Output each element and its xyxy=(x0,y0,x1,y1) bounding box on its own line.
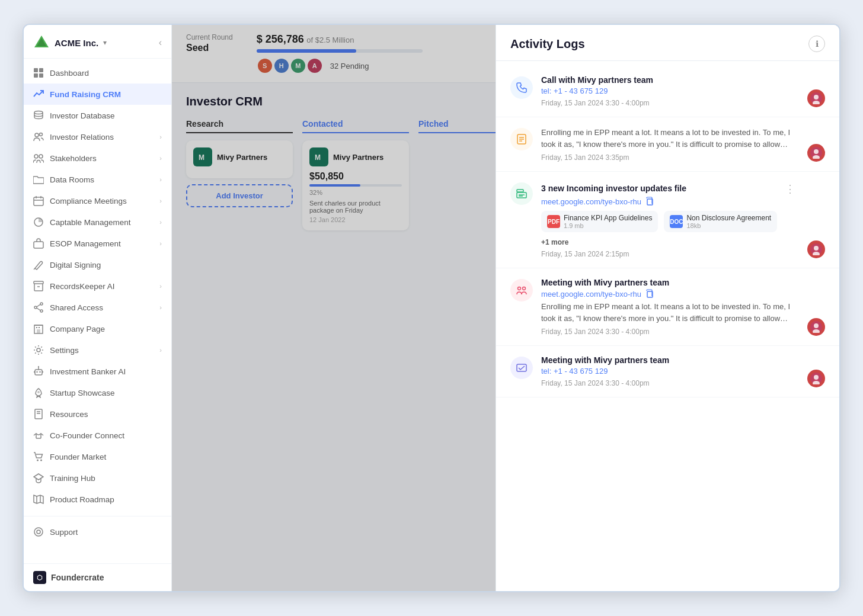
sidebar-item-startup-showcase[interactable]: Startup Showcase xyxy=(24,382,171,403)
avatar xyxy=(807,144,825,162)
svg-rect-28 xyxy=(36,327,37,328)
svg-point-31 xyxy=(37,348,40,352)
sidebar-item-training-hub[interactable]: Training Hub xyxy=(24,467,171,489)
sidebar-item-recordskeeper-ai[interactable]: RecordsKeeper AI › xyxy=(24,275,171,297)
svg-marker-45 xyxy=(34,474,43,480)
user-avatar-icon xyxy=(810,92,822,104)
sidebar-item-co-founder-connect[interactable]: Co-Founder Connect xyxy=(24,425,171,446)
attachment-chip[interactable]: DOC Non Disclosure Agreement 18kb xyxy=(664,211,777,232)
nav-divider xyxy=(24,516,171,516)
sidebar-item-esop-management[interactable]: ESOP Management › xyxy=(24,233,171,254)
svg-point-33 xyxy=(36,371,37,373)
user-avatar-icon xyxy=(810,321,822,333)
activity-body: Enrolling me in EPP meant a lot. It mean… xyxy=(541,127,799,150)
svg-rect-18 xyxy=(34,281,43,284)
modal-overlay[interactable] xyxy=(172,25,496,591)
sidebar-label-company-page: Company Page xyxy=(50,325,105,333)
copy-icon[interactable] xyxy=(645,289,654,299)
svg-point-49 xyxy=(34,528,43,536)
sidebar-label-resources: Resources xyxy=(50,410,88,419)
collapse-sidebar-button[interactable]: ‹ xyxy=(159,37,162,48)
phone-activity-icon-wrap xyxy=(510,76,533,99)
sidebar-label-training-hub: Training Hub xyxy=(50,474,95,483)
sidebar-item-investor-relations[interactable]: Investor Relations › xyxy=(24,126,171,147)
bot-icon xyxy=(33,366,44,377)
svg-point-43 xyxy=(37,460,39,461)
sidebar-label-captable-management: Captable Management xyxy=(50,218,131,227)
svg-point-74 xyxy=(523,287,526,290)
map-icon xyxy=(33,494,44,505)
activity-item: Meeting with Mivy partners team meet.goo… xyxy=(496,268,839,346)
attachment-chip[interactable]: PDF Finance KPI App Guidelines 1.9 mb xyxy=(541,211,658,232)
svg-point-21 xyxy=(34,306,37,309)
sidebar-label-data-rooms: Data Rooms xyxy=(50,175,94,184)
sidebar: ACME Inc. ▾ ‹ Dashboard Fund Raising CRM… xyxy=(24,25,172,591)
task-activity-icon-wrap xyxy=(510,357,533,379)
sidebar-item-digital-signing[interactable]: Digital Signing xyxy=(24,254,171,275)
sidebar-header: ACME Inc. ▾ ‹ xyxy=(24,25,171,59)
activity-link[interactable]: tel: +1 - 43 675 129 xyxy=(541,86,799,95)
support-icon xyxy=(33,527,44,537)
activity-title-text: 3 new Incoming investor updates file xyxy=(541,184,686,193)
sidebar-item-compliance-meetings[interactable]: Compliance Meetings › xyxy=(24,190,171,211)
activity-panel: Activity Logs ℹ Call with Mivy partners … xyxy=(496,25,839,591)
sidebar-item-investor-database[interactable]: Investor Database xyxy=(24,105,171,126)
copy-icon[interactable] xyxy=(645,197,654,206)
attachment-info: Finance KPI App Guidelines 1.9 mb xyxy=(564,214,652,229)
svg-point-81 xyxy=(814,375,819,380)
activity-item: Call with Mivy partners team tel: +1 - 4… xyxy=(496,66,839,117)
svg-rect-3 xyxy=(39,68,43,72)
sidebar-label-fundraising-crm: Fund Raising CRM xyxy=(50,90,121,99)
svg-rect-32 xyxy=(35,370,42,375)
company-chevron-icon[interactable]: ▾ xyxy=(103,38,107,47)
activity-link[interactable]: tel: +1 - 43 675 129 xyxy=(541,367,799,376)
chevron-right-icon: › xyxy=(159,219,162,226)
meeting-activity-icon-wrap xyxy=(510,279,533,301)
sidebar-item-company-page[interactable]: Company Page xyxy=(24,318,171,339)
svg-rect-16 xyxy=(34,242,43,248)
sidebar-item-investment-banker-ai[interactable]: Investment Banker AI xyxy=(24,361,171,382)
attachment-info: Non Disclosure Agreement 18kb xyxy=(686,214,771,229)
activity-title-text: Meeting with Mivy partners team xyxy=(541,278,799,287)
sidebar-item-support[interactable]: Support xyxy=(24,521,171,543)
svg-point-39 xyxy=(37,391,40,393)
sidebar-item-fundraising-crm[interactable]: Fund Raising CRM xyxy=(24,84,171,105)
avatar xyxy=(807,370,825,387)
activity-link[interactable]: meet.google.com/tye-bxo-rhu xyxy=(541,197,641,206)
sidebar-footer: ⬡ Foundercrate xyxy=(24,563,171,591)
attachment-size: 1.9 mb xyxy=(564,222,652,229)
sidebar-label-founder-market: Founder Market xyxy=(50,453,106,461)
sidebar-label-dashboard: Dashboard xyxy=(50,69,89,78)
sidebar-item-data-rooms[interactable]: Data Rooms › xyxy=(24,169,171,190)
rocket-icon xyxy=(33,387,44,398)
svg-line-24 xyxy=(37,308,40,310)
sidebar-item-resources[interactable]: Resources xyxy=(24,403,171,425)
activity-link[interactable]: meet.google.com/tye-bxo-rhu xyxy=(541,290,641,299)
chevron-right-icon: › xyxy=(159,197,162,204)
svg-rect-4 xyxy=(34,73,38,78)
sidebar-item-dashboard[interactable]: Dashboard xyxy=(24,62,171,84)
sidebar-item-product-roadmap[interactable]: Product Roadmap xyxy=(24,489,171,510)
svg-point-34 xyxy=(39,371,40,373)
sidebar-item-stakeholders[interactable]: Stakeholders › xyxy=(24,147,171,169)
avatar xyxy=(807,89,825,107)
sidebar-label-investor-database: Investor Database xyxy=(50,111,115,120)
activity-title-text: Meeting with Mivy partners team xyxy=(541,355,799,365)
activity-item: Enrolling me in EPP meant a lot. It mean… xyxy=(496,117,839,172)
app-container: ACME Inc. ▾ ‹ Dashboard Fund Raising CRM… xyxy=(23,24,840,592)
note-activity-icon-wrap xyxy=(510,128,533,150)
info-button[interactable]: ℹ xyxy=(808,36,825,52)
sidebar-item-shared-access[interactable]: Shared Access › xyxy=(24,297,171,318)
meeting-icon xyxy=(516,285,527,296)
sidebar-item-founder-market[interactable]: Founder Market xyxy=(24,446,171,467)
attachment-name: Finance KPI App Guidelines xyxy=(564,214,652,222)
activity-item: Meeting with Mivy partners team tel: +1 … xyxy=(496,346,839,397)
sidebar-item-settings[interactable]: Settings › xyxy=(24,339,171,361)
user-avatar-icon xyxy=(810,147,822,159)
activity-title-text: Call with Mivy partners team xyxy=(541,75,799,85)
svg-rect-40 xyxy=(35,409,42,419)
more-options-button[interactable]: ⋮ xyxy=(781,181,799,197)
activity-time: Friday, 15 Jan 2024 3:30 - 4:00pm xyxy=(541,379,799,387)
archive-icon xyxy=(33,281,44,291)
sidebar-item-captable-management[interactable]: Captable Management › xyxy=(24,211,171,233)
